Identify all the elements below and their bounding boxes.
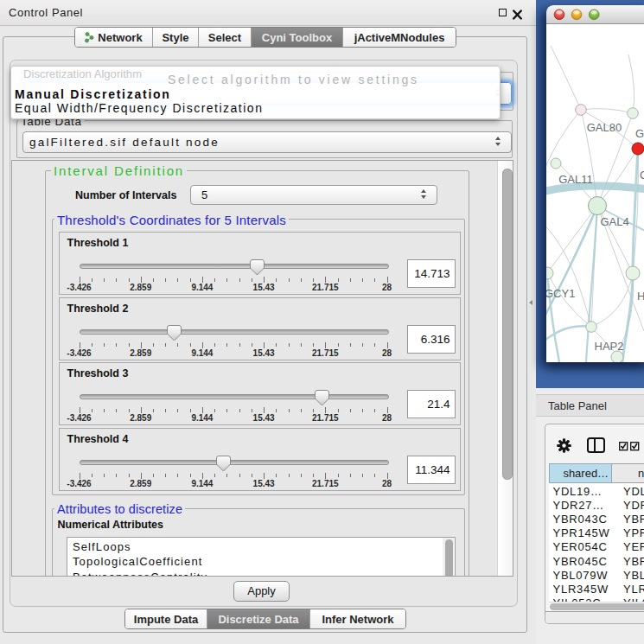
svg-text:GAL11: GAL11 <box>558 173 593 186</box>
svg-text:GCY1: GCY1 <box>546 287 575 300</box>
svg-text:C: C <box>640 169 644 182</box>
svg-text:GAL80: GAL80 <box>587 121 622 134</box>
svg-text:HAP2: HAP2 <box>595 340 624 353</box>
svg-text:GAL4: GAL4 <box>600 215 628 228</box>
svg-text:GAL…: GAL… <box>635 127 644 140</box>
svg-text:H: H <box>637 290 644 303</box>
